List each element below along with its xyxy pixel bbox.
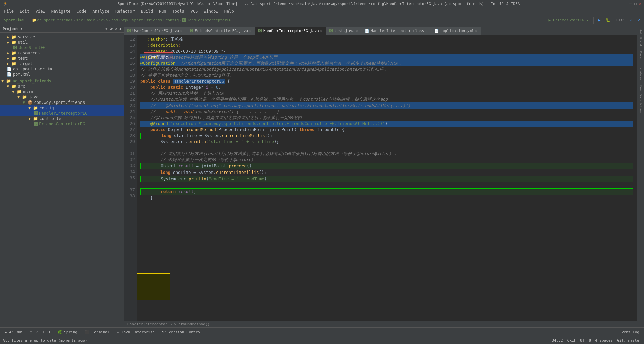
code-18: // 并用于构建bean定义，初始化Spring容器。 — [140, 72, 234, 78]
menu-run[interactable]: Run — [156, 8, 169, 14]
menu-file[interactable]: File — [1, 8, 16, 14]
menu-refactor[interactable]: Refactor — [113, 8, 138, 14]
tab-application-yml[interactable]: 📄 application.yml ✕ — [431, 27, 481, 35]
menu-edit[interactable]: Edit — [17, 8, 32, 14]
sidebar-sync-icon[interactable]: ⟳ — [110, 27, 113, 31]
java-label: java — [29, 95, 38, 99]
tree-util[interactable]: ▶ 📁 util — [0, 40, 124, 45]
util-folder-icon: ▶ 📁 — [7, 40, 16, 45]
event-log-tab[interactable]: Event Log — [616, 329, 643, 336]
breadcrumb-config[interactable]: config — [166, 18, 179, 22]
editor-tabs: 🅲 UserControllerEG.java ✕ 🅲 FriendsContr… — [124, 25, 637, 35]
tree-userstarteg[interactable]: 🅲 UserStartEG — [0, 45, 124, 50]
tree-ac-sport[interactable]: ▼ 📁 ac_sport_friends — [0, 78, 124, 84]
src-icon: ▼ 📁 — [7, 84, 16, 89]
menu-vcs[interactable]: VCS — [188, 8, 201, 14]
tree-src[interactable]: ▼ 📁 src — [0, 84, 124, 89]
tree-service[interactable]: ▶ 📁 service — [0, 34, 124, 40]
menu-navigate[interactable]: Navigate — [49, 8, 73, 14]
statusbar-indent: 4 spaces — [595, 338, 613, 343]
breadcrumb-wqy[interactable]: wqy — [121, 18, 128, 22]
sidebar-add-icon[interactable]: ⊕ — [105, 27, 108, 31]
breadcrumb-classname[interactable]: HandlerInterceptorEG — [187, 18, 231, 22]
tab-handler-icon: 🅲 — [258, 29, 262, 33]
tree-iml[interactable]: 📄 ab_sport_user.iml — [0, 66, 124, 72]
tree-package[interactable]: ▼ 📦 com.wqy.sport.friends — [0, 100, 124, 105]
code-line-19: public class HandlerInterceptorEG { — [140, 78, 633, 84]
tree-friends-controller[interactable]: 🅲 FriendsControllerEG — [0, 121, 124, 127]
tab-test[interactable]: 🅲 test.java ✕ — [326, 27, 362, 35]
code-editor[interactable]: @author: 王乾榆 @description: @create: 2020… — [137, 35, 637, 321]
sidebar-settings-icon[interactable]: ⚙ — [115, 27, 117, 31]
java-enterprise-tab[interactable]: ☕ Java Enterprise — [114, 329, 158, 336]
tab-handler-label: HandlerInterceptorEG.java — [263, 29, 319, 33]
breadcrumb-class[interactable]: 🅲 — [182, 18, 186, 22]
breadcrumb-friends[interactable]: friends — [147, 18, 162, 22]
maven-panel[interactable]: Maven — [638, 49, 643, 63]
tree-config[interactable]: ▼ 📁 config — [0, 105, 124, 111]
menu-tools[interactable]: Tools — [170, 8, 187, 14]
tree-handler[interactable]: 🅲 HandlerInterceptorEG — [0, 111, 124, 116]
userstarteg-icon: 🅲 — [13, 45, 17, 50]
breadcrumb-main[interactable]: main — [87, 18, 96, 22]
package-icon: ▼ 📦 — [23, 100, 33, 105]
git-label: Git: — [614, 17, 627, 23]
tab-usercontroller-close[interactable]: ✕ — [180, 29, 182, 33]
editor-content[interactable]: 12 13 14 15 16 17 18 19 20 21 22 23 24 2… — [124, 35, 637, 321]
git-check[interactable]: ✓ — [628, 17, 635, 23]
tab-handler-close[interactable]: ✕ — [320, 29, 322, 33]
tree-controller[interactable]: ▼ 📁 controller — [0, 116, 124, 121]
ant-build-panel[interactable]: Ant Build — [638, 27, 643, 49]
close-button[interactable]: ✕ — [639, 2, 641, 6]
tab-friendscontroller[interactable]: 🅲 FriendsControllerEG.java ✕ — [186, 27, 255, 35]
version-control-tab[interactable]: 9: Version Control — [159, 329, 205, 336]
project-button[interactable]: SportTime — [2, 17, 26, 23]
todo-tab[interactable]: ☑ 6: TODO — [26, 329, 53, 336]
tab-yml-close[interactable]: ✕ — [475, 29, 477, 33]
code-line-30 — [140, 145, 633, 151]
tab-handlerinterceptor[interactable]: 🅲 HandlerInterceptorEG.java ✕ — [255, 27, 326, 35]
tree-pom[interactable]: 📄 pom.xml — [0, 72, 124, 77]
menu-help[interactable]: Help — [222, 8, 237, 14]
run-config[interactable]: ▶ FriendsStartEG ▾ — [546, 17, 590, 23]
run-button[interactable]: ▶ — [596, 17, 603, 23]
config-label: config — [39, 106, 54, 110]
code-31: // 调用执行目标方法(result为目标方法执行结果),必须有此代码才会执行目… — [140, 151, 398, 157]
terminal-tab[interactable]: ⬛ Terminal — [82, 329, 113, 336]
tree-test[interactable]: ▶ 📁 test — [0, 56, 124, 61]
tab-friendsctrl-close[interactable]: ✕ — [249, 29, 251, 33]
breadcrumb-module[interactable]: ac_sport_friends — [37, 18, 73, 22]
tree-target[interactable]: ▶ 📁 target — [0, 61, 124, 66]
tree-resources[interactable]: ▶ 📁 resources — [0, 50, 124, 56]
run-tab[interactable]: ▶ 4: Run — [1, 329, 26, 336]
breadcrumb-com[interactable]: com — [111, 18, 118, 22]
menu-analyze[interactable]: Analyze — [90, 8, 112, 14]
menu-code[interactable]: Code — [74, 8, 89, 14]
minimize-button[interactable]: ─ — [629, 2, 632, 6]
spring-tab[interactable]: 🌿 Spring — [54, 329, 81, 336]
menu-window[interactable]: Window — [201, 8, 221, 14]
git-check2[interactable]: ✓ — [636, 17, 642, 23]
breadcrumb-sport[interactable]: sport — [132, 18, 143, 22]
breadcrumb-src[interactable]: src — [76, 18, 83, 22]
sidebar-collapse-icon[interactable]: ◀ — [119, 27, 121, 31]
debug-button[interactable]: 🐛 — [604, 17, 612, 23]
tab-usercontroller[interactable]: 🅲 UserControllerEG.java ✕ — [124, 27, 186, 35]
titlebar-controls[interactable]: ─ □ ✕ — [629, 2, 641, 6]
toolbar: SportTime 📁 ac_sport_friends › src › mai… — [0, 15, 644, 25]
menu-view[interactable]: View — [33, 8, 48, 14]
tab-handlerinterceptor-class[interactable]: 📄 HandlerInterceptor.class ✕ — [361, 27, 431, 35]
service-folder-icon: ▶ 📁 — [7, 35, 16, 39]
bottom-tabs: ▶ 4: Run ☑ 6: TODO 🌿 Spring ⬛ Terminal ☕… — [0, 327, 644, 337]
tree-main[interactable]: ▼ 📁 main — [0, 89, 124, 94]
tree-java[interactable]: ▼ 📁 java — [0, 94, 124, 100]
tab-class-close[interactable]: ✕ — [425, 29, 427, 33]
bean-validation-panel[interactable]: Bean Validation — [638, 83, 643, 115]
database-panel[interactable]: Database — [638, 63, 643, 83]
userstarteg-label: UserStartEG — [19, 45, 45, 50]
menu-build[interactable]: Build — [138, 8, 156, 14]
maximize-button[interactable]: □ — [634, 2, 637, 6]
breadcrumb-java[interactable]: java — [99, 18, 108, 22]
tab-test-close[interactable]: ✕ — [356, 29, 358, 33]
code-line-25: //@Around注解 环绕执行，就是在调用之前和调用之后，都会执行一定的逻辑 — [140, 115, 633, 121]
